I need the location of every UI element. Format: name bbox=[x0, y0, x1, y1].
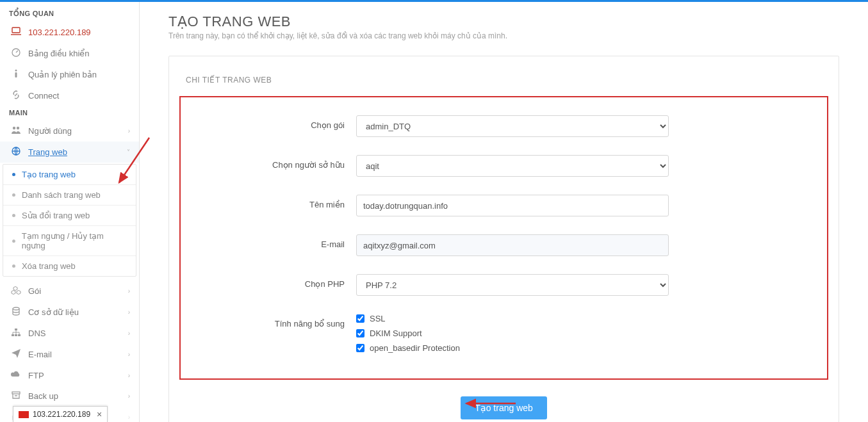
highlight-box: Chọn gói admin_DTQ Chọn người sở hữu aqi… bbox=[179, 96, 828, 380]
svg-rect-12 bbox=[12, 392, 20, 394]
svg-point-2 bbox=[15, 70, 17, 72]
sidebar: TỔNG QUAN 103.221.220.189 Bảng điều khiể… bbox=[0, 2, 140, 422]
paper-plane-icon bbox=[9, 349, 23, 360]
bottom-connection-tab[interactable]: 103.221.220.189 × bbox=[13, 406, 108, 422]
sidebar-backup[interactable]: Back up › bbox=[0, 385, 139, 407]
page-subtitle: Trên trang này, bạn có thể khởi chạy, li… bbox=[168, 31, 839, 40]
label-package: Chọn gói bbox=[195, 115, 356, 130]
checkbox-openbasedir[interactable] bbox=[356, 344, 364, 352]
info-icon bbox=[9, 69, 23, 80]
bullet-icon bbox=[12, 173, 15, 176]
checkbox-dkim[interactable] bbox=[356, 329, 364, 337]
sidebar-users[interactable]: Người dùng › bbox=[0, 120, 139, 142]
bottom-tab-text: 103.221.220.189 bbox=[33, 410, 90, 419]
svg-rect-8 bbox=[15, 329, 17, 330]
section-main: MAIN bbox=[0, 106, 139, 120]
chevron-right-icon: › bbox=[128, 372, 130, 379]
submenu-delete-website[interactable]: Xóa trang web bbox=[3, 256, 136, 276]
svg-point-7 bbox=[13, 307, 19, 310]
flag-icon bbox=[19, 411, 29, 418]
label-email: E-mail bbox=[195, 234, 356, 249]
select-owner[interactable]: aqit bbox=[356, 155, 669, 177]
sidebar-dns[interactable]: DNS › bbox=[0, 323, 139, 344]
globe-icon bbox=[9, 147, 23, 158]
sidebar-versions[interactable]: Quản lý phiên bản bbox=[0, 64, 139, 85]
bullet-icon bbox=[12, 214, 15, 217]
database-icon bbox=[9, 307, 23, 318]
bullet-icon bbox=[12, 264, 15, 268]
sidebar-server[interactable]: 103.221.220.189 bbox=[0, 22, 139, 43]
sitemap-icon bbox=[9, 328, 23, 339]
sidebar-dashboard[interactable]: Bảng điều khiển bbox=[0, 43, 139, 64]
svg-rect-3 bbox=[15, 72, 17, 77]
laptop-icon bbox=[9, 27, 23, 38]
section-overview: TỔNG QUAN bbox=[0, 7, 139, 22]
input-email[interactable] bbox=[356, 234, 669, 256]
select-php[interactable]: PHP 7.2 bbox=[356, 274, 669, 296]
submenu-modify-website[interactable]: Sửa đổi trang web bbox=[3, 205, 136, 225]
sidebar-ftp[interactable]: FTP › bbox=[0, 365, 139, 385]
sidebar-packages[interactable]: Gói › bbox=[0, 280, 139, 302]
svg-point-5 bbox=[17, 127, 19, 129]
dashboard-icon bbox=[9, 48, 23, 59]
svg-rect-0 bbox=[12, 28, 20, 33]
select-package[interactable]: admin_DTQ bbox=[356, 115, 669, 137]
submenu-list-websites[interactable]: Danh sách trang web bbox=[3, 184, 136, 205]
bullet-icon bbox=[12, 193, 15, 197]
chevron-right-icon: › bbox=[128, 127, 130, 134]
label-ssl: SSL bbox=[370, 314, 386, 323]
chevron-right-icon: › bbox=[128, 393, 130, 400]
server-ip-label: 103.221.220.189 bbox=[28, 28, 130, 37]
users-icon bbox=[9, 126, 23, 136]
cubes-icon bbox=[9, 286, 23, 296]
label-addon: Tính năng bổ sung bbox=[195, 314, 356, 329]
page-title: TẠO TRANG WEB bbox=[168, 13, 839, 30]
main-content: TẠO TRANG WEB Trên trang này, bạn có thể… bbox=[140, 2, 868, 422]
sidebar-websites[interactable]: Trang web ˅ bbox=[0, 142, 139, 163]
create-website-button[interactable]: Tạo trang web bbox=[461, 396, 547, 419]
svg-rect-10 bbox=[15, 334, 17, 336]
svg-rect-9 bbox=[12, 334, 14, 336]
label-dkim: DKIM Support bbox=[370, 329, 422, 338]
checkbox-ssl[interactable] bbox=[356, 314, 364, 323]
label-openbasedir: open_basedir Protection bbox=[370, 343, 460, 353]
sidebar-websites-submenu: Tạo trang web Danh sách trang web Sửa đổ… bbox=[3, 164, 136, 277]
svg-point-4 bbox=[13, 127, 15, 129]
chevron-down-icon: ˅ bbox=[127, 149, 130, 156]
cloud-icon bbox=[9, 370, 23, 380]
label-owner: Chọn người sở hữu bbox=[195, 155, 356, 170]
sidebar-connect[interactable]: Connect bbox=[0, 85, 139, 106]
submenu-suspend-website[interactable]: Tạm ngưng / Hủy tạm ngưng bbox=[3, 225, 136, 256]
archive-icon bbox=[9, 391, 23, 402]
chevron-right-icon: › bbox=[128, 309, 130, 316]
chevron-right-icon: › bbox=[128, 288, 130, 295]
chevron-right-icon: › bbox=[128, 351, 130, 358]
sidebar-email[interactable]: E-mail › bbox=[0, 344, 139, 365]
sidebar-database[interactable]: Cơ sở dữ liệu › bbox=[0, 302, 139, 323]
close-icon[interactable]: × bbox=[97, 409, 102, 419]
link-icon bbox=[9, 90, 23, 101]
chevron-right-icon: › bbox=[128, 414, 130, 421]
label-php: Chọn PHP bbox=[195, 274, 356, 289]
input-domain[interactable] bbox=[356, 195, 669, 216]
panel-heading: CHI TIẾT TRANG WEB bbox=[169, 76, 839, 96]
panel-website-details: CHI TIẾT TRANG WEB Chọn gói admin_DTQ Ch… bbox=[168, 56, 839, 422]
svg-rect-11 bbox=[18, 334, 20, 336]
chevron-right-icon: › bbox=[128, 330, 130, 337]
bullet-icon bbox=[12, 239, 15, 243]
label-domain: Tên miền bbox=[195, 195, 356, 209]
submenu-create-website[interactable]: Tạo trang web bbox=[3, 165, 136, 184]
